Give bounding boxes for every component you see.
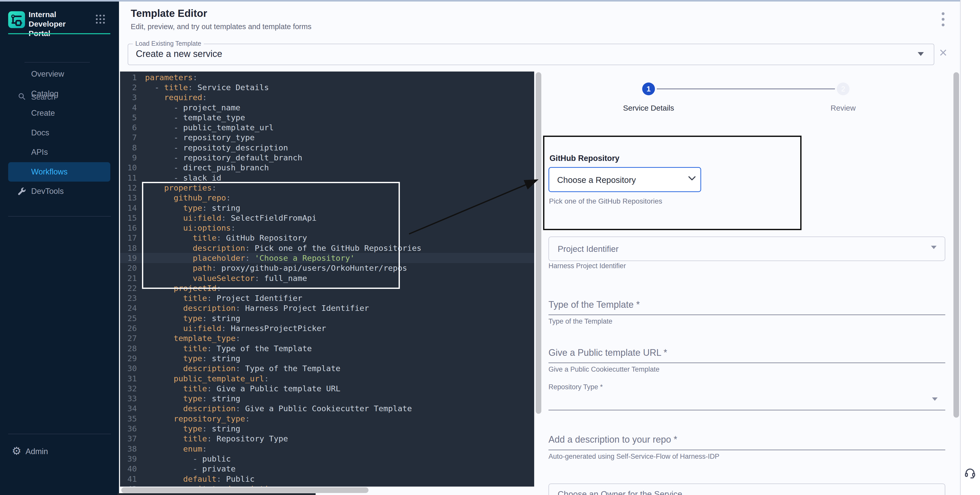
code-line-2[interactable]: 2 - title: Service Details bbox=[120, 82, 534, 92]
line-number: 32 bbox=[120, 384, 137, 393]
code-text: parameters: bbox=[145, 73, 197, 82]
close-icon[interactable]: × bbox=[939, 45, 947, 59]
line-number: 39 bbox=[120, 454, 137, 463]
code-text: title: Give a Public template URL bbox=[145, 384, 340, 393]
template-url-helper: Give a Public Cookiecutter Template bbox=[549, 366, 660, 373]
sidebar-item-docs[interactable]: Docs bbox=[0, 123, 119, 143]
code-line-23[interactable]: 23 title: Project Identifier bbox=[120, 293, 534, 303]
project-identifier-helper: Harness Project Identifier bbox=[549, 262, 626, 270]
code-text: title: Type of the Template bbox=[145, 344, 312, 353]
editor-vertical-scrollbar[interactable] bbox=[536, 72, 541, 414]
code-line-25[interactable]: 25 type: string bbox=[120, 313, 534, 323]
sidebar-item-help[interactable]: ? Help bbox=[0, 445, 119, 459]
code-line-30[interactable]: 30 description: Type of the Template bbox=[120, 363, 534, 373]
sidebar-item-label: Overview bbox=[31, 70, 64, 79]
code-line-29[interactable]: 29 type: string bbox=[120, 353, 534, 363]
sidebar-item-search[interactable]: Search bbox=[0, 46, 119, 58]
code-line-24[interactable]: 24 description: Harness Project Identifi… bbox=[120, 303, 534, 313]
line-number: 26 bbox=[120, 324, 137, 333]
sidebar-item-label: Create bbox=[31, 108, 55, 118]
template-type-helper: Type of the Template bbox=[549, 317, 612, 325]
code-line-3[interactable]: 3 required: bbox=[120, 92, 534, 102]
line-number: 21 bbox=[120, 274, 137, 283]
code-line-11[interactable]: 11 - slack_id bbox=[120, 173, 534, 183]
line-number: 30 bbox=[120, 364, 137, 373]
line-number: 12 bbox=[120, 183, 137, 192]
sidebar-item-apis[interactable]: APIs bbox=[0, 143, 119, 162]
apps-grid-icon[interactable] bbox=[95, 14, 106, 24]
code-line-6[interactable]: 6 - public_template_url bbox=[120, 123, 534, 132]
code-line-35[interactable]: 35 repository_type: bbox=[120, 414, 534, 423]
owner-placeholder: Choose an Owner for the Service bbox=[558, 489, 682, 495]
line-number: 36 bbox=[120, 424, 137, 433]
repo-description-field[interactable]: Add a description to your repo * bbox=[549, 434, 677, 445]
code-line-32[interactable]: 32 title: Give a Public template URL bbox=[120, 384, 534, 393]
code-text: title: Repository Type bbox=[145, 434, 288, 443]
code-line-42[interactable]: 42 repositoty_description: bbox=[120, 484, 534, 487]
code-line-26[interactable]: 26 ui:field: HarnessProjectPicker bbox=[120, 323, 534, 333]
panel-vertical-scrollbar[interactable] bbox=[953, 72, 959, 418]
code-line-37[interactable]: 37 title: Repository Type bbox=[120, 434, 534, 444]
code-text: public_template_url: bbox=[145, 374, 269, 383]
code-line-36[interactable]: 36 type: string bbox=[120, 423, 534, 433]
line-number: 34 bbox=[120, 404, 137, 413]
sidebar-item-admin[interactable]: ⚙ Admin bbox=[0, 223, 119, 237]
line-number: 42 bbox=[120, 484, 137, 487]
line-number: 37 bbox=[120, 434, 137, 443]
sidebar-item-devtools[interactable]: DevTools bbox=[0, 181, 119, 201]
sidebar-divider bbox=[24, 62, 90, 62]
project-identifier-placeholder: Project Identifier bbox=[558, 244, 619, 254]
code-line-1[interactable]: 1parameters: bbox=[120, 72, 534, 82]
editor-horizontal-scrollbar[interactable] bbox=[121, 487, 369, 493]
load-template-select[interactable] bbox=[128, 44, 934, 65]
sidebar-item-overview[interactable]: Overview bbox=[0, 64, 119, 84]
template-url-field[interactable]: Give a Public template URL * bbox=[549, 347, 667, 358]
code-text: type: string bbox=[145, 314, 240, 323]
code-text: enum: bbox=[145, 444, 207, 454]
line-number: 8 bbox=[120, 143, 137, 152]
template-editor-page: Internal DeveloperPortal Search Overvie bbox=[0, 0, 980, 495]
sidebar-item-catalog[interactable]: Catalog bbox=[0, 84, 119, 104]
code-line-34[interactable]: 34 description: Give a Public Cookiecutt… bbox=[120, 404, 534, 414]
stepper-step-1[interactable]: 1 bbox=[642, 83, 655, 95]
template-type-field[interactable]: Type of the Template * bbox=[549, 299, 640, 310]
input-underline bbox=[549, 363, 945, 363]
sidebar-accent-rule bbox=[8, 33, 110, 34]
sidebar-user[interactable]: HM Himanshu Mishra bbox=[0, 473, 119, 489]
code-line-38[interactable]: 38 enum: bbox=[120, 444, 534, 454]
kebab-menu-icon[interactable] bbox=[942, 12, 945, 26]
code-text: title: Project Identifier bbox=[145, 293, 302, 303]
code-line-10[interactable]: 10 - direct_push_branch bbox=[120, 163, 534, 173]
repository-type-select[interactable]: Repository Type * bbox=[549, 383, 603, 391]
line-number: 35 bbox=[120, 414, 137, 423]
line-number: 10 bbox=[120, 163, 137, 172]
sidebar-item-workflows[interactable]: Workflows bbox=[8, 162, 110, 182]
code-line-27[interactable]: 27 template_type: bbox=[120, 333, 534, 343]
code-line-8[interactable]: 8 - repositoty_description bbox=[120, 143, 534, 153]
code-text: repositoty_description: bbox=[145, 484, 283, 487]
line-number: 20 bbox=[120, 263, 137, 272]
sidebar-item-create[interactable]: Create bbox=[0, 103, 119, 123]
support-headset-icon[interactable] bbox=[964, 466, 977, 479]
line-number: 16 bbox=[120, 223, 137, 232]
code-text: - public_template_url bbox=[145, 123, 274, 132]
stepper-connector bbox=[657, 88, 835, 89]
code-line-9[interactable]: 9 - repository_default_branch bbox=[120, 153, 534, 162]
code-line-4[interactable]: 4 - project_name bbox=[120, 102, 534, 112]
annotation-box-code bbox=[142, 182, 400, 289]
sidebar-item-label: Workflows bbox=[31, 167, 67, 177]
line-number: 40 bbox=[120, 464, 137, 473]
code-line-5[interactable]: 5 - template_type bbox=[120, 112, 534, 123]
dropdown-caret-icon[interactable] bbox=[918, 52, 924, 56]
code-line-7[interactable]: 7 - repository_type bbox=[120, 132, 534, 143]
stepper-step-2[interactable]: 2 bbox=[837, 83, 850, 95]
line-number: 15 bbox=[120, 213, 137, 223]
code-line-40[interactable]: 40 - private bbox=[120, 464, 534, 474]
code-line-41[interactable]: 41 default: Public bbox=[120, 474, 534, 484]
code-text: - public bbox=[145, 454, 231, 463]
code-line-31[interactable]: 31 public_template_url: bbox=[120, 373, 534, 384]
code-line-33[interactable]: 33 type: string bbox=[120, 393, 534, 404]
code-text: - repositoty_description bbox=[145, 143, 288, 152]
code-line-39[interactable]: 39 - public bbox=[120, 454, 534, 463]
code-line-28[interactable]: 28 title: Type of the Template bbox=[120, 343, 534, 353]
